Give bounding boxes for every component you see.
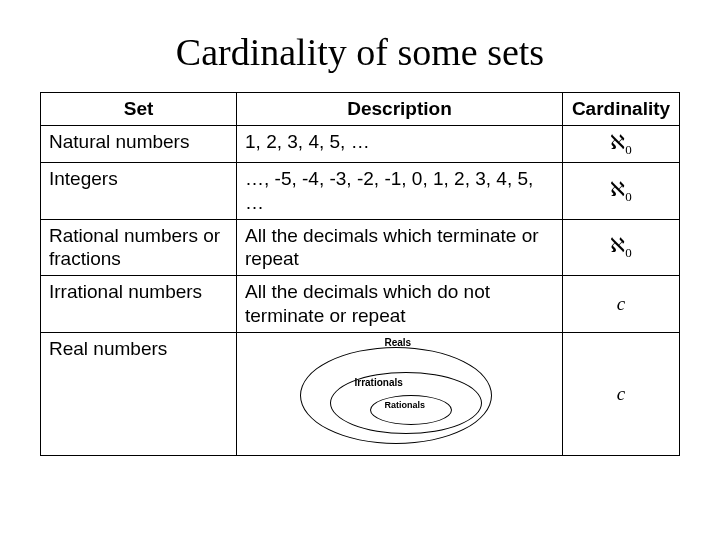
cell-card: ℵ0: [563, 163, 680, 220]
cell-desc: All the decimals which terminate or repe…: [237, 219, 563, 276]
cell-card: c: [563, 276, 680, 333]
aleph-symbol: ℵ: [610, 234, 625, 256]
cell-card: c: [563, 332, 680, 455]
label-irrationals: Irrationals: [355, 377, 403, 390]
table-row: Real numbers Reals Irrationals Rationals…: [41, 332, 680, 455]
cell-set: Irrational numbers: [41, 276, 237, 333]
label-rationals: Rationals: [385, 400, 426, 411]
cell-desc: 1, 2, 3, 4, 5, …: [237, 125, 563, 162]
slide-title: Cardinality of some sets: [40, 30, 680, 74]
aleph-symbol: ℵ: [610, 131, 625, 153]
aleph-sub: 0: [625, 245, 632, 260]
c-symbol: c: [617, 383, 625, 404]
table-header-row: Set Description Cardinality: [41, 93, 680, 126]
cardinality-table: Set Description Cardinality Natural numb…: [40, 92, 680, 456]
header-desc: Description: [237, 93, 563, 126]
table-row: Natural numbers 1, 2, 3, 4, 5, … ℵ0: [41, 125, 680, 162]
header-card: Cardinality: [563, 93, 680, 126]
cell-set: Natural numbers: [41, 125, 237, 162]
table-row: Integers …, -5, -4, -3, -2, -1, 0, 1, 2,…: [41, 163, 680, 220]
table-row: Rational numbers or fractions All the de…: [41, 219, 680, 276]
cell-card: ℵ0: [563, 219, 680, 276]
cell-card: ℵ0: [563, 125, 680, 162]
header-set: Set: [41, 93, 237, 126]
cell-set: Integers: [41, 163, 237, 220]
cell-desc: Reals Irrationals Rationals: [237, 332, 563, 455]
aleph-symbol: ℵ: [610, 178, 625, 200]
cell-set: Rational numbers or fractions: [41, 219, 237, 276]
aleph-sub: 0: [625, 189, 632, 204]
c-symbol: c: [617, 293, 625, 314]
aleph-sub: 0: [625, 142, 632, 157]
cell-desc: …, -5, -4, -3, -2, -1, 0, 1, 2, 3, 4, 5,…: [237, 163, 563, 220]
table-row: Irrational numbers All the decimals whic…: [41, 276, 680, 333]
cell-set: Real numbers: [41, 332, 237, 455]
venn-diagram: Reals Irrationals Rationals: [300, 337, 500, 447]
cell-desc: All the decimals which do not terminate …: [237, 276, 563, 333]
